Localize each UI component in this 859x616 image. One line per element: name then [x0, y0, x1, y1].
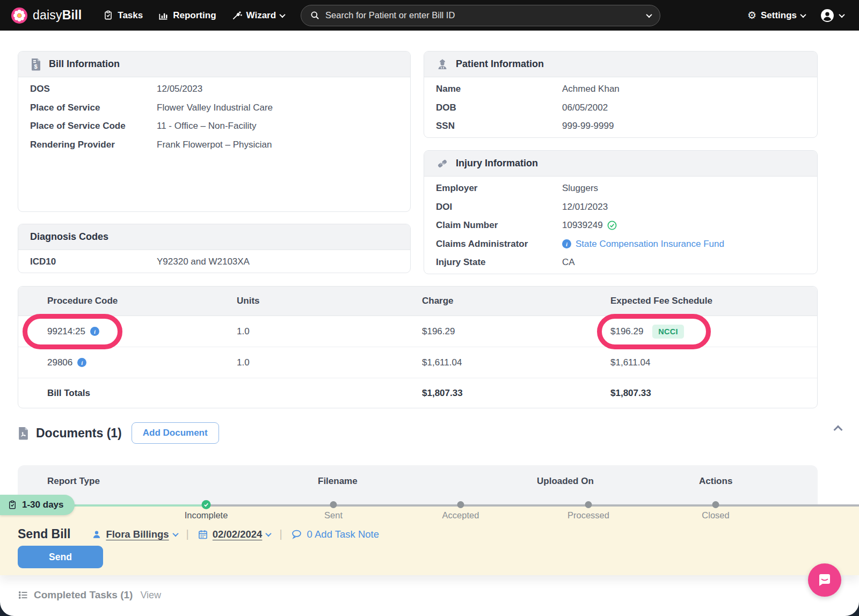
nav-item-tasks[interactable]: Tasks: [96, 10, 150, 21]
add-document-button[interactable]: Add Document: [132, 422, 219, 444]
charge-cell: $196.29: [393, 326, 581, 337]
claim-number-value: 10939249: [562, 220, 617, 231]
nav-right: ⚙ Settings: [747, 9, 848, 23]
progress-label: Accepted: [442, 510, 479, 520]
brand-name: daisyBill: [33, 8, 82, 23]
date-picker[interactable]: 02/02/2024: [198, 529, 271, 540]
progress-dot-closed: [712, 501, 719, 508]
speech-bubble-icon: [291, 529, 302, 540]
card-title: Patient Information: [456, 58, 544, 70]
field-label: Injury State: [436, 257, 562, 268]
claims-administrator-link[interactable]: i State Compensation Insurance Fund: [562, 239, 724, 250]
col-header-report-type: Report Type: [18, 476, 288, 487]
bill-totals-row: Bill Totals $1,807.33 $1,807.33: [18, 378, 817, 408]
card-title: Bill Information: [49, 58, 120, 70]
card-title: Injury Information: [456, 158, 538, 169]
chevron-down-icon: [172, 530, 178, 536]
field-label: SSN: [436, 121, 562, 131]
field-value: 06/05/2002: [562, 102, 608, 113]
pdf-document-icon: [18, 427, 29, 440]
completed-tasks-label: Completed Tasks (1): [34, 589, 133, 601]
field-label: ICD10: [30, 256, 157, 267]
send-bill-row: Send Bill Flora Billings |: [18, 527, 379, 541]
chat-bubble-icon: [817, 572, 833, 588]
main-content: $ Bill Information DOS12/05/2023 Place o…: [0, 31, 859, 505]
field-value: Flower Valley Industrial Care: [157, 102, 273, 113]
settings-label: Settings: [761, 10, 797, 21]
send-bill-title: Send Bill: [18, 527, 70, 541]
info-icon: i: [562, 239, 571, 248]
brand[interactable]: daisyBill: [11, 7, 82, 24]
progress-label: Processed: [567, 510, 609, 520]
documents-section-header: Documents (1) Add Document: [18, 422, 818, 444]
col-header-procedure-code: Procedure Code: [18, 296, 208, 306]
account-menu[interactable]: [820, 9, 844, 23]
field-label: Place of Service Code: [30, 121, 157, 131]
search-chevron-down-icon[interactable]: [646, 11, 652, 17]
nav-item-wizard[interactable]: Wizard: [224, 10, 293, 21]
top-nav: daisyBill Tasks Reporting: [0, 0, 859, 31]
completed-tasks-view-link[interactable]: View: [140, 590, 161, 601]
separator: |: [186, 528, 189, 540]
search-input[interactable]: [325, 10, 647, 20]
field-value: 999-99-9999: [562, 121, 614, 131]
chat-widget-button[interactable]: [808, 563, 841, 597]
check-circle-icon: [607, 221, 617, 230]
field-value: Y92320 and W2103XA: [157, 256, 250, 267]
field-value: Frank Flowerpot – Physician: [157, 140, 272, 150]
documents-table-header: Report Type Filename Uploaded On Actions: [18, 465, 818, 505]
field-value: CA: [562, 257, 575, 268]
clipboard-check-icon: [8, 500, 17, 510]
field-label: Claim Number: [436, 220, 562, 231]
person-icon: [92, 530, 101, 539]
documents-title: Documents (1): [18, 426, 122, 441]
units-cell: 1.0: [208, 357, 393, 368]
svg-text:$: $: [34, 63, 37, 69]
units-cell: 1.0: [208, 326, 393, 337]
calendar-icon: [198, 529, 208, 540]
chevron-down-icon: [266, 530, 272, 536]
list-icon: [18, 590, 28, 600]
field-label: Employer: [436, 183, 562, 194]
field-label: Rendering Provider: [30, 140, 157, 150]
field-value: Achmed Khan: [562, 84, 620, 94]
field-label: DOS: [30, 84, 157, 94]
field-label: DOB: [436, 102, 562, 113]
user-avatar-icon: [820, 9, 834, 23]
add-task-note-link[interactable]: 0 Add Task Note: [291, 529, 379, 540]
table-row: 29806 i 1.0 $1,611.04 $1,611.04: [18, 347, 817, 378]
chevron-down-icon: [800, 11, 806, 17]
progress-dot-sent: [330, 501, 337, 508]
diagnosis-codes-card: Diagnosis Codes ICD10Y92320 and W2103XA: [18, 224, 411, 273]
col-header-actions: Actions: [669, 476, 818, 487]
progress-label: Incomplete: [185, 510, 228, 520]
search-icon: [310, 10, 320, 20]
send-bill-panel: Incomplete Sent Accepted Processed Close…: [0, 505, 859, 575]
progress-label: Closed: [702, 510, 729, 520]
gear-icon: ⚙: [747, 10, 756, 20]
field-label: Name: [436, 84, 562, 94]
completed-tasks-row: Completed Tasks (1) View: [18, 589, 859, 601]
info-icon[interactable]: i: [77, 358, 86, 367]
col-header-filename: Filename: [288, 476, 507, 487]
settings-menu[interactable]: ⚙ Settings: [747, 10, 805, 21]
field-value: 12/05/2023: [157, 84, 202, 94]
collapse-chevron-up-icon[interactable]: [834, 426, 843, 435]
search-bar[interactable]: [301, 5, 660, 26]
info-icon[interactable]: i: [90, 327, 99, 336]
bill-document-icon: $: [30, 58, 42, 71]
injury-information-card: Injury Information EmployerSluggers DOI1…: [424, 150, 818, 274]
nav-item-reporting[interactable]: Reporting: [150, 10, 223, 21]
nav-item-tasks-label: Tasks: [118, 10, 143, 21]
procedure-table: Procedure Code Units Charge Expected Fee…: [18, 286, 818, 408]
bandage-icon: [436, 157, 449, 170]
app-page: daisyBill Tasks Reporting: [0, 0, 859, 616]
procedure-table-header: Procedure Code Units Charge Expected Fee…: [18, 287, 817, 316]
procedure-code-cell: 99214:25 i: [18, 326, 208, 337]
chevron-down-icon: [839, 11, 845, 17]
send-button[interactable]: Send: [18, 546, 103, 568]
col-header-charge: Charge: [393, 296, 581, 306]
reporting-chart-icon: [158, 10, 169, 21]
assignee-picker[interactable]: Flora Billings: [92, 529, 177, 540]
field-value: Sluggers: [562, 183, 598, 194]
